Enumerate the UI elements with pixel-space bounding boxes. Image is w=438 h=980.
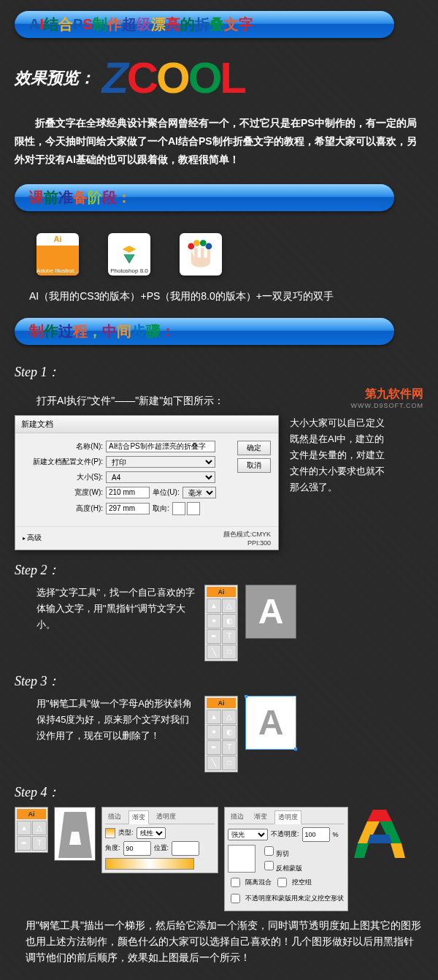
step-2-label: Step 2： [15, 561, 423, 579]
tool-wand[interactable]: ✦ [207, 725, 221, 740]
tool-type[interactable]: T [222, 740, 237, 755]
name-input[interactable] [106, 441, 215, 452]
orient-landscape-button[interactable] [187, 502, 200, 515]
step-5-label: Step 5： [15, 977, 423, 980]
step-2-preview: A [245, 585, 296, 639]
svg-marker-9 [367, 835, 392, 843]
gradient-panel: 描边 渐变 透明度 类型: 线性 角度: 位置: [101, 807, 218, 873]
tool-direct[interactable]: △ [32, 821, 47, 835]
ps-icon: Photoshop 8.0 [108, 233, 150, 276]
step-4-shape [54, 807, 96, 861]
width-input[interactable] [106, 487, 150, 498]
step-3-preview: A [245, 696, 296, 750]
tab-gradient-2[interactable]: 渐变 [251, 810, 270, 824]
ok-button[interactable]: 确定 [237, 441, 271, 455]
tool-type[interactable]: T [222, 629, 237, 644]
profile-select[interactable]: 打印 [106, 456, 215, 468]
ai-tool-palette-3: Ai ▲△ ✦◐ ✒T ╲□ [204, 696, 238, 772]
svg-marker-10 [354, 843, 369, 858]
step-3-label: Step 3： [15, 672, 423, 690]
step-3-text: 用"钢笔工具"做一个字母A的形状斜角保持45度为好，原来那个文字对我们没作用了，… [36, 696, 197, 744]
tool-wand[interactable]: ✦ [207, 614, 221, 628]
step-4-result [354, 807, 405, 861]
opacity-thumb [228, 845, 256, 873]
ai-tool-palette: Ai ▲△ ✦◐ ✒T ╲□ [204, 585, 238, 661]
tool-pen[interactable]: ✒ [207, 740, 221, 755]
knockout-checkbox[interactable] [277, 878, 287, 887]
gradient-type-select[interactable]: 线性 [137, 827, 166, 839]
unit-select[interactable]: 毫米 [182, 487, 216, 498]
tab-gradient[interactable]: 渐变 [128, 810, 149, 824]
name-label: 名称(N): [23, 441, 103, 452]
tab-opacity-2[interactable]: 透明度 [274, 810, 301, 824]
opacity-panel: 描边 渐变 透明度 强光 不透明度: % 剪切 反相蒙版 隔离混合 挖空组 [224, 807, 348, 911]
step-4-text: 用"钢笔工具"描出一个梯形，然后给它添加一个渐变，同时调节透明度如上图其它的图形… [26, 917, 423, 966]
dialog-title: 新建文档 [15, 416, 278, 433]
blend-mode-select[interactable]: 强光 [228, 829, 268, 840]
ai-tool-palette-4: Ai ▲△ ✒T [15, 807, 48, 853]
preview-label: 效果预览： [15, 67, 95, 89]
clip-checkbox[interactable] [264, 846, 274, 856]
height-input[interactable] [106, 503, 150, 514]
tool-lasso[interactable]: ◐ [222, 725, 237, 740]
section-process-banner: 制作过程，中间步骤： [15, 318, 394, 345]
tool-lasso[interactable]: ◐ [222, 614, 237, 628]
height-label: 高度(H): [23, 504, 103, 514]
orient-portrait-button[interactable] [172, 502, 185, 515]
page-title-banner: AI结合PS制作超级漂亮的折叠文字 [15, 11, 394, 38]
step-1-text: 打开AI执行"文件"——"新建"如下图所示： [36, 392, 224, 409]
svg-point-1 [193, 240, 200, 246]
tool-direct[interactable]: △ [222, 599, 237, 613]
opacity-input[interactable] [302, 827, 330, 842]
tool-pen[interactable]: ✒ [17, 836, 31, 851]
unit-label: 单位(U): [153, 487, 180, 498]
color-info: 颜色模式:CMYKPPI:300 [223, 530, 271, 547]
svg-marker-11 [391, 843, 405, 858]
isolate-checkbox[interactable] [231, 878, 240, 887]
svg-point-2 [200, 240, 207, 246]
orient-label: 取向: [153, 504, 169, 514]
width-label: 宽度(W): [23, 487, 103, 498]
section-prep-banner: 课前准备阶段： [15, 184, 394, 211]
tool-selection[interactable]: ▲ [207, 599, 221, 613]
size-label: 大小(S): [23, 472, 103, 482]
tool-type[interactable]: T [32, 836, 47, 851]
invert-checkbox[interactable] [264, 861, 274, 870]
cancel-button[interactable]: 取消 [237, 458, 271, 473]
svg-point-0 [188, 243, 194, 249]
tool-rect[interactable]: □ [222, 756, 237, 770]
zcool-logo: Z C O O L [102, 53, 245, 103]
tool-rect[interactable]: □ [222, 645, 237, 659]
tool-line[interactable]: ╲ [207, 645, 221, 659]
tools-caption: AI（我用的CS3的版本）+PS（我用的8.0的版本）+一双灵巧的双手 [29, 290, 409, 303]
shape-checkbox[interactable] [231, 894, 240, 903]
angle-input[interactable] [123, 841, 151, 856]
tab-opacity[interactable]: 透明度 [153, 810, 179, 824]
location-input[interactable] [172, 841, 199, 856]
advanced-toggle[interactable]: 高级 [23, 533, 42, 543]
gradient-swatch[interactable] [105, 828, 115, 838]
watermark: 第九软件网 WWW.D9SOFT.COM [351, 387, 424, 409]
tool-selection[interactable]: ▲ [17, 821, 31, 835]
size-select[interactable]: A4 [106, 471, 215, 483]
ai-icon: Adobe Illustrat... [36, 233, 79, 276]
tab-stroke-2[interactable]: 描边 [228, 810, 247, 824]
tool-direct[interactable]: △ [222, 710, 237, 724]
tool-icons-row: Adobe Illustrat... Photoshop 8.0 [36, 233, 402, 276]
tool-line[interactable]: ╲ [207, 756, 221, 770]
new-document-dialog: 新建文档 名称(N): 新建文档配置文件(P): 打印 大小(S): A4 [15, 415, 279, 550]
svg-point-3 [206, 243, 212, 249]
intro-paragraph: 折叠文字在全球经典设计聚合网曾经有一个，不过它只是在PS中制作的，有一定的局限性… [15, 114, 423, 170]
step-1-label: Step 1： [15, 363, 423, 381]
svg-marker-6 [367, 810, 392, 821]
hand-icon [180, 233, 222, 276]
profile-label: 新建文档配置文件(P): [23, 457, 103, 467]
preview-row: 效果预览： Z C O O L [15, 53, 423, 103]
gradient-bar[interactable] [105, 858, 194, 870]
step-2-text: 选择"文字工具"，找一个自己喜欢的字体输入文字，用"黑指针"调节文字大小。 [36, 585, 197, 633]
step-4-label: Step 4： [15, 783, 423, 801]
step-1-side-note: 大小大家可以自己定义既然是在AI中，建立的文件是矢量的，对建立文件的大小要求也就… [290, 415, 392, 495]
tool-selection[interactable]: ▲ [207, 710, 221, 724]
tab-stroke[interactable]: 描边 [105, 810, 124, 824]
tool-pen[interactable]: ✒ [207, 629, 221, 644]
